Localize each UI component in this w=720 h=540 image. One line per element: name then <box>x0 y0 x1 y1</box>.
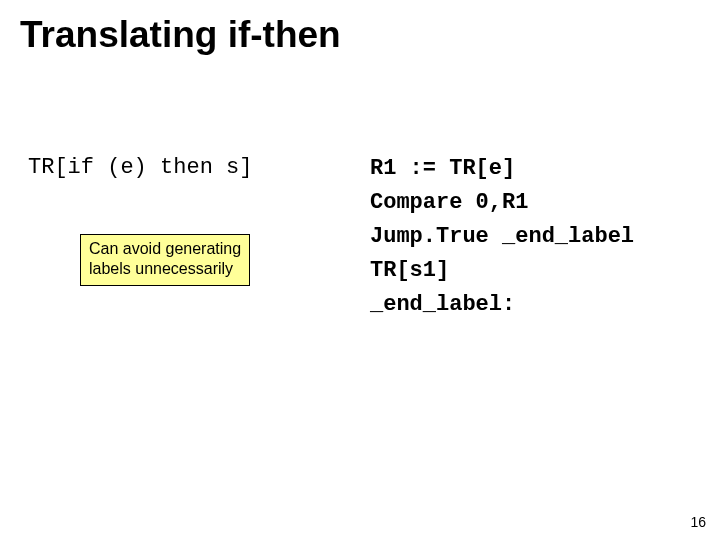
left-column: TR[if (e) then s] <box>28 155 338 180</box>
note-box: Can avoid generating labels unnecessaril… <box>80 234 250 286</box>
slide-title: Translating if-then <box>20 14 341 56</box>
translation-source: TR[if (e) then s] <box>28 155 338 180</box>
code-line-4: TR[s1] <box>370 254 710 288</box>
code-line-1: R1 := TR[e] <box>370 152 710 186</box>
note-line-1: Can avoid generating <box>89 239 241 259</box>
code-line-2: Compare 0,R1 <box>370 186 710 220</box>
code-line-5: _end_label: <box>370 288 710 322</box>
right-column: R1 := TR[e] Compare 0,R1 Jump.True _end_… <box>370 152 710 322</box>
page-number: 16 <box>690 514 706 530</box>
code-line-3: Jump.True _end_label <box>370 220 710 254</box>
slide: Translating if-then TR[if (e) then s] Ca… <box>0 0 720 540</box>
note-line-2: labels unnecessarily <box>89 259 241 279</box>
